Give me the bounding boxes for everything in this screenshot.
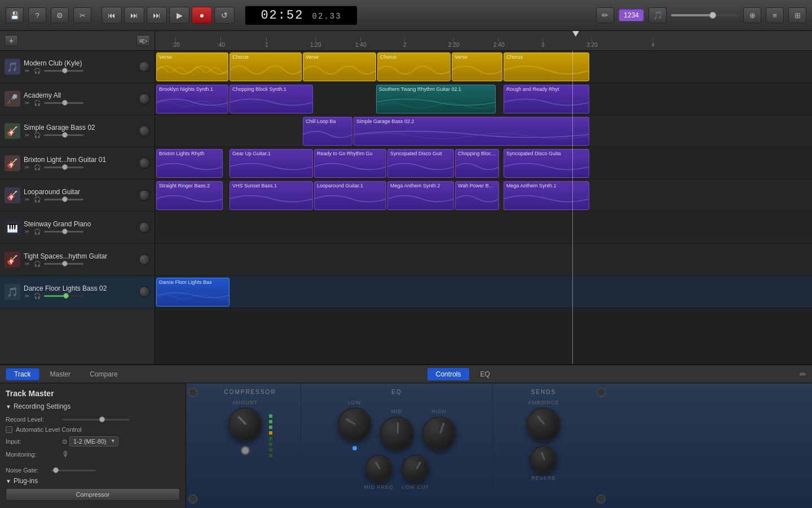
track-pan-knob[interactable] <box>139 222 150 233</box>
track-item[interactable]: 🎵 Modern Club (Kyle) ✂ 🎧 <box>0 51 155 83</box>
track-solo-button[interactable]: 🎧 <box>33 228 42 235</box>
track-clip[interactable]: Looparound Guitar.1 <box>314 181 386 210</box>
track-fader[interactable] <box>44 263 83 265</box>
track-clip[interactable]: Brooklyn Nights Synth.1 <box>156 85 228 113</box>
track-solo-button[interactable]: 🎧 <box>33 292 42 300</box>
track-clip[interactable]: Verse <box>452 52 502 81</box>
track-clip[interactable]: Chopping Block Synth.1 <box>230 85 313 113</box>
tracks-container[interactable]: Verse Chorus Verse Chorus Verse <box>155 51 812 364</box>
track-clip[interactable]: Syncopated Disco Guita <box>504 149 589 178</box>
plugin-power-bottom[interactable] <box>188 494 197 503</box>
track-solo-button[interactable]: 🎧 <box>33 132 42 139</box>
play-button[interactable]: ▶ <box>169 7 189 24</box>
help-button[interactable]: ? <box>28 7 46 23</box>
high-knob[interactable] <box>422 417 456 450</box>
track-item[interactable]: 🎸 Simple Garage Bass 02 ✂ 🎧 <box>0 115 155 147</box>
track-pan-knob[interactable] <box>139 125 150 137</box>
track-mute-button[interactable]: ✂ <box>24 196 30 203</box>
list-button[interactable]: ≡ <box>766 7 784 23</box>
track-solo-button[interactable]: 🎧 <box>33 67 42 75</box>
volume-slider[interactable] <box>671 14 739 16</box>
tab-eq[interactable]: EQ <box>471 368 498 380</box>
track-solo-button[interactable]: 🎧 <box>33 99 42 107</box>
track-fader[interactable] <box>44 134 83 136</box>
track-clip[interactable]: Chorus <box>230 52 302 81</box>
amount-knob[interactable] <box>228 408 262 441</box>
track-mute-button[interactable]: ✂ <box>24 99 30 107</box>
track-clip[interactable]: Brixton Lights Rhyth <box>156 149 223 178</box>
track-item[interactable]: 🎸 Brixton Light...hm Guitar 01 ✂ 🎧 <box>0 147 155 179</box>
timeline-ruler[interactable]: :20 :40 1 1:20 1:40 2 2:20 2:40 3 3:20 4 <box>155 31 812 51</box>
settings-button[interactable]: ⚙ <box>51 7 69 23</box>
track-pan-knob[interactable] <box>139 286 150 297</box>
track-fader[interactable] <box>44 231 83 233</box>
save-button[interactable]: 💾 <box>6 7 24 23</box>
track-mute-button[interactable]: ✂ <box>24 67 30 75</box>
track-pan-knob[interactable] <box>139 157 150 169</box>
zoom-button[interactable]: ⊕ <box>743 7 761 23</box>
track-pan-knob[interactable] <box>139 190 150 201</box>
plugin-power-right-bottom[interactable] <box>597 494 606 503</box>
track-clip[interactable]: Rough and Ready Rhyt <box>504 85 589 113</box>
track-clip[interactable]: Wah Power Bass.1 <box>455 181 499 210</box>
track-solo-button[interactable]: 🎧 <box>33 260 42 268</box>
track-fader[interactable] <box>44 102 83 104</box>
track-solo-button[interactable]: 🎧 <box>33 196 42 203</box>
track-item[interactable]: 🎹 Steinway Grand Piano ✂ 🎧 <box>0 212 155 244</box>
compressor-button[interactable]: Compressor <box>6 488 180 501</box>
pencil-button[interactable]: ✏ <box>596 7 614 23</box>
tab-compare[interactable]: Compare <box>81 368 126 380</box>
plug-ins-collapse-icon[interactable]: ▼ <box>6 478 11 484</box>
auto-level-checkbox[interactable] <box>6 426 12 433</box>
track-pan-knob[interactable] <box>139 93 150 104</box>
record-level-slider[interactable] <box>62 419 130 421</box>
add-track-button[interactable]: + <box>5 35 18 46</box>
track-clip[interactable]: Simple Garage Bass 02.2 <box>354 117 589 146</box>
tab-controls[interactable]: Controls <box>427 368 470 380</box>
track-fader[interactable] <box>44 199 83 200</box>
edit-icon[interactable]: ✏ <box>800 370 806 379</box>
input-dropdown[interactable]: 1-2 (ME-80) ▼ <box>69 436 118 446</box>
track-mute-button[interactable]: ✂ <box>24 164 30 171</box>
track-pan-knob[interactable] <box>139 254 150 265</box>
track-item[interactable]: 🎸 Tight Spaces...hythm Guitar ✂ 🎧 <box>0 244 155 276</box>
track-clip[interactable]: Mega Anthem Synth.2 <box>387 181 454 210</box>
track-clip[interactable]: VHS Sunset Bass.1 <box>230 181 313 210</box>
track-clip[interactable]: Gear Up Guitar.1 <box>230 149 313 178</box>
track-clip[interactable]: Straight Ringer Bass.2 <box>156 181 223 210</box>
track-item[interactable]: 🎤 Academy All ✂ 🎧 <box>0 83 155 115</box>
track-clip-selected[interactable]: Dance Floor Lights Bas <box>156 278 230 306</box>
track-fader[interactable] <box>44 167 83 168</box>
fast-forward-button[interactable]: ⏭ <box>124 7 144 24</box>
track-clip[interactable]: Verse <box>303 52 376 81</box>
track-fader[interactable] <box>44 295 83 297</box>
mid-knob[interactable] <box>380 417 414 450</box>
plugin-power-right-top[interactable] <box>597 388 606 397</box>
track-clip[interactable]: Syncopated Disco Guit <box>387 149 454 178</box>
track-clip[interactable]: Ready to Go Rhythm Gu <box>314 149 386 178</box>
track-item[interactable]: 🎸 Looparound Guitar ✂ 🎧 <box>0 179 155 212</box>
track-clip[interactable]: Chopping Block Gu <box>455 149 499 178</box>
track-clip[interactable]: Chorus <box>504 52 589 81</box>
track-clip[interactable]: Chill Loop Ba <box>303 117 352 146</box>
list-view-button[interactable]: ≡▷ <box>136 35 150 46</box>
plugin-power-top[interactable] <box>188 388 197 397</box>
noise-gate-slider[interactable] <box>51 470 96 471</box>
collapse-icon[interactable]: ▼ <box>6 404 11 410</box>
count-button[interactable]: 1234 <box>619 9 644 21</box>
low-knob[interactable] <box>338 408 372 441</box>
tab-master[interactable]: Master <box>42 368 80 380</box>
track-pan-knob[interactable] <box>139 61 150 72</box>
ambience-knob[interactable] <box>527 408 561 441</box>
rewind-button[interactable]: ⏮ <box>102 7 122 24</box>
track-clip[interactable]: Southern Twang Rhythm Guitar 02.1 <box>376 85 496 113</box>
tab-track[interactable]: Track <box>6 368 39 380</box>
track-fader[interactable] <box>44 70 83 72</box>
record-button[interactable]: ● <box>192 7 212 24</box>
track-mute-button[interactable]: ✂ <box>24 260 30 268</box>
track-clip[interactable]: Mega Anthem Synth.1 <box>504 181 589 210</box>
track-mute-button[interactable]: ✂ <box>24 292 30 300</box>
track-mute-button[interactable]: ✂ <box>24 132 30 139</box>
track-item-selected[interactable]: 🎵 Dance Floor Lights Bass 02 ✂ 🎧 <box>0 276 155 308</box>
skip-back-button[interactable]: ⏭ <box>147 7 167 24</box>
